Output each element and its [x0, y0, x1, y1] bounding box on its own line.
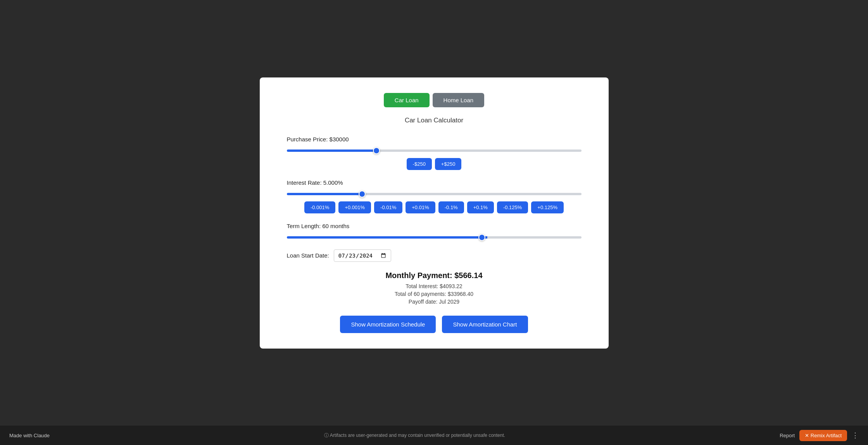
- adj-btn-p001[interactable]: +0.01%: [406, 201, 435, 213]
- report-button[interactable]: Report: [780, 433, 795, 438]
- calculator-title: Car Loan Calculator: [405, 117, 463, 124]
- adj-btn-m0125[interactable]: -0.125%: [497, 201, 528, 213]
- interest-rate-group: Interest Rate: 5.000% -0.001% +0.001% -0…: [287, 179, 582, 213]
- tab-bar: Car Loan Home Loan: [384, 93, 484, 107]
- interest-rate-slider-wrapper: [287, 190, 582, 197]
- payoff-date: Payoff date: Jul 2029: [287, 299, 582, 305]
- footer-right: Report ✕ Remix Artifact ⋮: [780, 430, 859, 441]
- purchase-price-slider[interactable]: [287, 149, 582, 152]
- remix-button[interactable]: ✕ Remix Artifact: [799, 430, 847, 441]
- tab-home-loan[interactable]: Home Loan: [433, 93, 485, 107]
- adj-btn-p01[interactable]: +0.1%: [467, 201, 494, 213]
- loan-start-date-input[interactable]: [334, 249, 391, 262]
- more-options-button[interactable]: ⋮: [852, 431, 859, 440]
- adj-btn-m0001[interactable]: -0.001%: [304, 201, 335, 213]
- action-buttons: Show Amortization Schedule Show Amortiza…: [287, 316, 582, 333]
- adj-btn-m001[interactable]: -0.01%: [374, 201, 402, 213]
- interest-rate-slider[interactable]: [287, 193, 582, 195]
- term-length-group: Term Length: 60 months: [287, 223, 582, 240]
- purchase-price-buttons: -$250 +$250: [287, 158, 582, 170]
- purchase-price-slider-wrapper: [287, 146, 582, 153]
- total-payments: Total of 60 payments: $33968.40: [287, 291, 582, 297]
- loan-start-date-row: Loan Start Date:: [287, 249, 582, 262]
- results-section: Monthly Payment: $566.14 Total Interest:…: [287, 271, 582, 305]
- total-interest: Total Interest: $4093.22: [287, 283, 582, 289]
- footer-brand: Made with Claude: [9, 433, 50, 438]
- increase-price-button[interactable]: +$250: [435, 158, 462, 170]
- adj-btn-m01[interactable]: -0.1%: [438, 201, 464, 213]
- decrease-price-button[interactable]: -$250: [407, 158, 432, 170]
- interest-rate-label: Interest Rate: 5.000%: [287, 179, 582, 186]
- show-amortization-chart-button[interactable]: Show Amortization Chart: [442, 316, 528, 333]
- interest-rate-buttons: -0.001% +0.001% -0.01% +0.01% -0.1% +0.1…: [287, 201, 582, 213]
- term-length-slider[interactable]: [287, 236, 582, 239]
- monthly-payment: Monthly Payment: $566.14: [287, 271, 582, 280]
- footer-disclaimer: ⓘ Artifacts are user-generated and may c…: [50, 432, 780, 439]
- loan-start-date-label: Loan Start Date:: [287, 252, 329, 259]
- footer: Made with Claude ⓘ Artifacts are user-ge…: [0, 426, 868, 445]
- tab-car-loan[interactable]: Car Loan: [384, 93, 430, 107]
- adj-btn-p0001[interactable]: +0.001%: [338, 201, 371, 213]
- purchase-price-label: Purchase Price: $30000: [287, 136, 582, 143]
- show-amortization-schedule-button[interactable]: Show Amortization Schedule: [340, 316, 436, 333]
- term-length-label: Term Length: 60 months: [287, 223, 582, 229]
- purchase-price-group: Purchase Price: $30000 -$250 +$250: [287, 136, 582, 170]
- term-length-slider-wrapper: [287, 233, 582, 240]
- adj-btn-p0125[interactable]: +0.125%: [531, 201, 564, 213]
